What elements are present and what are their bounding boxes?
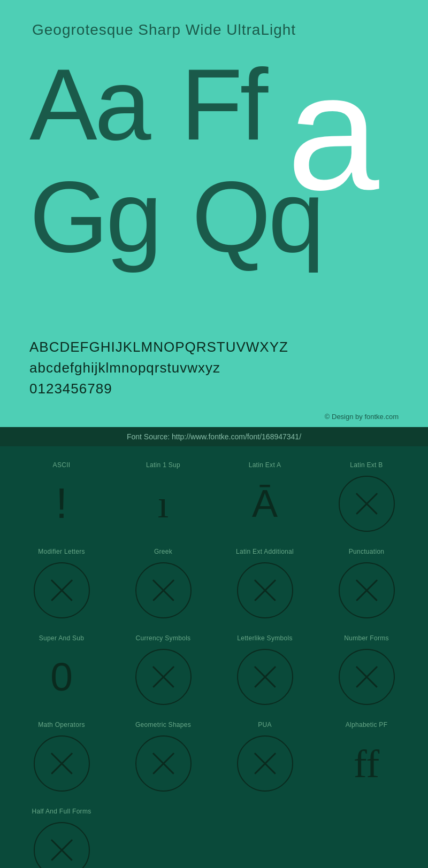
latin1sup-icon-wrap: ı [134, 474, 193, 533]
currency-icon-wrap [134, 647, 193, 706]
latinextb-circle-x [339, 476, 395, 532]
glyph-grid: ASCII ! Latin 1 Sup ı Latin Ext A Ā Lati… [0, 446, 428, 868]
grid-cell-latinextb[interactable]: Latin Ext B [316, 452, 417, 538]
cell-label-modifier: Modifier Letters [38, 548, 85, 555]
ascii-icon-wrap: ! [32, 474, 91, 533]
cell-label-alphapf: Alphabetic PF [346, 721, 388, 728]
halffulls-icon-wrap [32, 820, 91, 868]
letterlike-icon-wrap [235, 647, 294, 706]
grid-cell-empty3 [316, 798, 417, 868]
latinextadd-icon-wrap [235, 561, 294, 619]
grid-cell-numforms[interactable]: Number Forms [316, 625, 417, 711]
grid-cell-latinexta[interactable]: Latin Ext A Ā [214, 452, 316, 538]
latinextb-icon-wrap [337, 474, 396, 533]
preview-gg: Gg [29, 166, 159, 267]
cell-label-letterlike: Letterlike Symbols [237, 634, 292, 642]
greek-circle-x [135, 562, 192, 618]
grid-cell-math[interactable]: Math Operators [11, 711, 112, 798]
supersub-icon-wrap: 0 [32, 647, 91, 706]
halffulls-circle-x [34, 822, 90, 869]
ascii-char: ! [56, 482, 67, 525]
grid-cell-alphapf[interactable]: Alphabetic PF ff [316, 711, 417, 798]
cell-label-greek: Greek [154, 548, 172, 555]
latinexta-icon-wrap: Ā [235, 474, 294, 533]
punct-icon-wrap [337, 561, 396, 619]
cell-label-latinextb: Latin Ext B [350, 461, 383, 469]
alphabet-lower: abcdefghijklmnopqrstuvwxyz [29, 358, 399, 378]
copyright: © Design by fontke.com [0, 410, 428, 427]
alphapf-icon-wrap: ff [337, 734, 396, 793]
math-circle-x [34, 735, 90, 792]
font-source: Font Source: http://www.fontke.com/font/… [0, 427, 428, 446]
grid-cell-empty2 [214, 798, 316, 868]
preview-aa: Aa [29, 53, 148, 155]
modifier-icon-wrap [32, 561, 91, 619]
grid-row-2: Modifier Letters Greek Latin Ext Additio… [11, 538, 417, 625]
alphabet-upper: ABCDEFGHIJKLMNOPQRSTUVWXYZ [29, 337, 399, 358]
grid-cell-ascii[interactable]: ASCII ! [11, 452, 112, 538]
supersub-char: 0 [50, 657, 73, 697]
grid-cell-pua[interactable]: PUA [214, 711, 316, 798]
cell-label-pua: PUA [258, 721, 272, 728]
punct-circle-x [339, 562, 395, 618]
latinexta-char: Ā [252, 484, 278, 523]
numforms-icon-wrap [337, 647, 396, 706]
big-letters-row2: Gg Qq [29, 166, 322, 267]
cell-label-math: Math Operators [38, 721, 85, 728]
grid-row-3: Super And Sub 0 Currency Symbols Letterl… [11, 625, 417, 711]
pua-icon-wrap [235, 734, 294, 793]
alphabet-section: ABCDEFGHIJKLMNOPQRSTUVWXYZ abcdefghijklm… [0, 331, 428, 410]
greek-icon-wrap [134, 561, 193, 619]
currency-circle-x [135, 649, 192, 705]
font-title: Geogrotesque Sharp Wide UltraLight [32, 21, 296, 38]
preview-qq: Qq [192, 166, 322, 267]
grid-cell-greek[interactable]: Greek [112, 538, 214, 625]
cell-label-ascii: ASCII [53, 461, 71, 469]
grid-cell-punct[interactable]: Punctuation [316, 538, 417, 625]
cell-label-currency: Currency Symbols [136, 634, 191, 642]
grid-row-5: Half And Full Forms [11, 798, 417, 868]
geoshapes-icon-wrap [134, 734, 193, 793]
grid-cell-latinextadd[interactable]: Latin Ext Additional [214, 538, 316, 625]
digits: 0123456789 [29, 378, 399, 399]
alphapf-char: ff [354, 743, 380, 784]
numforms-circle-x [339, 649, 395, 705]
cell-label-latinexta: Latin Ext A [249, 461, 281, 469]
cell-label-latin1sup: Latin 1 Sup [146, 461, 180, 469]
grid-row-4: Math Operators Geometric Shapes PUA Alph… [11, 711, 417, 798]
cell-label-numforms: Number Forms [344, 634, 389, 642]
modifier-circle-x [34, 562, 90, 618]
grid-cell-latin1sup[interactable]: Latin 1 Sup ı [112, 452, 214, 538]
grid-cell-supersub[interactable]: Super And Sub 0 [11, 625, 112, 711]
letterlike-circle-x [237, 649, 293, 705]
latin1sup-char: ı [158, 484, 169, 524]
cell-label-supersub: Super And Sub [39, 634, 85, 642]
grid-cell-geoshapes[interactable]: Geometric Shapes [112, 711, 214, 798]
grid-cell-halffulls[interactable]: Half And Full Forms [11, 798, 112, 868]
grid-cell-currency[interactable]: Currency Symbols [112, 625, 214, 711]
preview-area: Geogrotesque Sharp Wide UltraLight Aa Ff… [0, 0, 428, 331]
cell-label-punct: Punctuation [349, 548, 385, 555]
cell-label-halffulls: Half And Full Forms [32, 808, 91, 815]
grid-row-1: ASCII ! Latin 1 Sup ı Latin Ext A Ā Lati… [11, 452, 417, 538]
grid-cell-empty1 [112, 798, 214, 868]
grid-cell-letterlike[interactable]: Letterlike Symbols [214, 625, 316, 711]
cell-label-latinextadd: Latin Ext Additional [236, 548, 294, 555]
geoshapes-circle-x [135, 735, 192, 792]
cell-label-geoshapes: Geometric Shapes [135, 721, 191, 728]
pua-circle-x [237, 735, 293, 792]
preview-ff: Ff [180, 53, 265, 155]
latinextadd-circle-x [237, 562, 293, 618]
grid-cell-modifier[interactable]: Modifier Letters [11, 538, 112, 625]
math-icon-wrap [32, 734, 91, 793]
